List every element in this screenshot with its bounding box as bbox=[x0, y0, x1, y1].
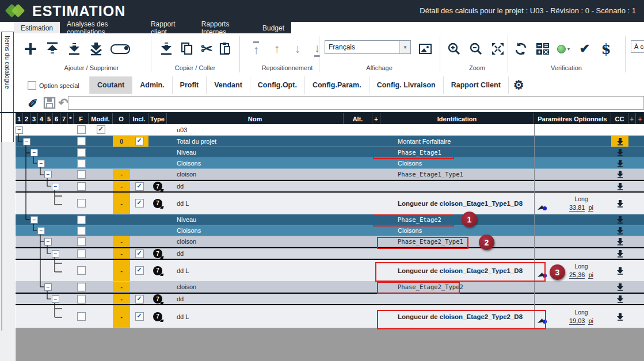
insert-down-button[interactable] bbox=[64, 39, 84, 59]
tab-coutant[interactable]: Coutant bbox=[89, 76, 132, 94]
collapse-toggle-icon[interactable] bbox=[52, 183, 59, 190]
table-row[interactable]: - 7 dd bbox=[16, 293, 644, 305]
cc-cell[interactable] bbox=[611, 169, 628, 179]
recalculate-icon[interactable] bbox=[511, 39, 531, 59]
col-modif[interactable]: Modif. bbox=[89, 113, 113, 124]
tab-analyses-compilations[interactable]: Analyses des compilations bbox=[60, 22, 144, 33]
table-row[interactable]: - 7 dd L Longueur de cloison_Etage2_Type… bbox=[16, 305, 644, 328]
table-row[interactable]: Niveau Phase_Etage2 bbox=[16, 214, 644, 225]
chevron-down-icon[interactable]: ▾ bbox=[567, 47, 570, 52]
incl-checkbox[interactable] bbox=[135, 295, 144, 304]
move-top-button[interactable] bbox=[246, 39, 266, 59]
cc-cell[interactable] bbox=[611, 136, 628, 147]
table-row[interactable]: - 7 dd bbox=[16, 247, 644, 260]
cc-cell[interactable] bbox=[611, 181, 628, 191]
image-button[interactable] bbox=[416, 39, 435, 59]
cc-cell[interactable] bbox=[611, 158, 628, 168]
dollar-button[interactable] bbox=[596, 39, 616, 59]
collapse-toggle-icon[interactable] bbox=[23, 138, 31, 145]
table-row[interactable]: - cloison Phase_Etage2_Type2 bbox=[16, 282, 644, 293]
collapse-toggle-icon[interactable] bbox=[37, 160, 45, 167]
table-row[interactable]: - cloison Phase_Etage1_Type1 bbox=[16, 169, 644, 180]
modif-checkbox[interactable] bbox=[97, 125, 105, 134]
tab-rapport-client-btn[interactable]: Rapport Client bbox=[444, 76, 509, 94]
status-field[interactable]: À calculer bbox=[631, 40, 644, 53]
incl-checkbox[interactable] bbox=[135, 266, 144, 275]
insert-up-button[interactable] bbox=[43, 39, 62, 59]
param-value[interactable]: 25,36 bbox=[569, 271, 585, 279]
col-alt[interactable]: Alt. bbox=[344, 113, 372, 124]
formula-input[interactable] bbox=[68, 96, 644, 110]
cut-button[interactable] bbox=[197, 39, 216, 59]
collapse-toggle-icon[interactable] bbox=[52, 295, 59, 303]
collapse-toggle-icon[interactable] bbox=[31, 149, 38, 156]
col-o[interactable]: O bbox=[113, 113, 130, 124]
tab-config-param[interactable]: Config.Param. bbox=[305, 76, 369, 94]
calculator-icon[interactable] bbox=[533, 39, 552, 59]
table-row[interactable]: Niveau Phase_Etage1 bbox=[16, 147, 644, 158]
cc-cell[interactable] bbox=[611, 147, 628, 158]
col-3[interactable]: 3 bbox=[31, 113, 38, 124]
param-value[interactable]: 19,03 bbox=[569, 317, 585, 325]
paste-insert-button[interactable] bbox=[157, 39, 176, 59]
cc-cell[interactable] bbox=[611, 214, 628, 225]
col-star[interactable]: * bbox=[68, 113, 74, 124]
zoom-out-icon[interactable] bbox=[466, 39, 486, 59]
tab-config-livraison[interactable]: Config. Livraison bbox=[369, 76, 444, 94]
incl-checkbox[interactable] bbox=[135, 199, 144, 208]
collapse-toggle-icon[interactable] bbox=[16, 126, 23, 134]
tab-config-opt[interactable]: Config.Opt. bbox=[250, 76, 305, 94]
cc-cell[interactable] bbox=[611, 260, 628, 281]
status-dot-icon[interactable]: ▾ bbox=[554, 39, 573, 59]
col-1[interactable]: 1 bbox=[16, 113, 23, 124]
param-unit[interactable]: pi bbox=[588, 204, 593, 212]
table-row[interactable]: Cloisons Cloisons bbox=[16, 158, 644, 169]
language-select[interactable]: Français ▼ bbox=[325, 40, 411, 54]
col-plus-2[interactable]: + bbox=[628, 113, 636, 124]
zoom-fit-icon[interactable] bbox=[488, 39, 508, 59]
move-down-button[interactable] bbox=[288, 39, 307, 59]
collapse-toggle-icon[interactable] bbox=[52, 250, 59, 258]
paste-button[interactable] bbox=[215, 39, 235, 59]
col-nom[interactable]: Nom bbox=[167, 113, 344, 124]
save-icon[interactable] bbox=[43, 96, 56, 110]
param-value[interactable]: 33,81 bbox=[569, 204, 585, 212]
tab-estimation[interactable]: Estimation bbox=[14, 22, 60, 33]
col-parametres-optionnels[interactable]: Paramètres Optionnels bbox=[534, 113, 611, 124]
collapse-toggle-icon[interactable] bbox=[44, 171, 52, 178]
cc-cell[interactable] bbox=[611, 294, 628, 304]
col-7[interactable]: 7 bbox=[60, 113, 68, 124]
tab-rapports-internes[interactable]: Rapports Internes bbox=[195, 22, 256, 33]
table-row[interactable]: - 7 dd L Longueur de cloison_Etage1_Type… bbox=[16, 193, 644, 214]
col-5[interactable]: 5 bbox=[45, 113, 53, 124]
zoom-in-icon[interactable] bbox=[444, 39, 464, 59]
col-4[interactable]: 4 bbox=[38, 113, 45, 124]
collapse-toggle-icon[interactable] bbox=[44, 283, 52, 291]
cc-cell[interactable] bbox=[611, 305, 628, 328]
col-cc[interactable]: CC bbox=[611, 113, 628, 124]
col-plus-3[interactable]: + bbox=[636, 113, 644, 124]
table-row[interactable]: Cloisons Cloisons bbox=[16, 225, 644, 236]
table-row[interactable]: - cloison Phase_Etage2_Type1 bbox=[16, 236, 644, 247]
tab-profit[interactable]: Profit bbox=[173, 76, 207, 94]
collapse-toggle-icon[interactable] bbox=[44, 238, 52, 245]
formula-eye-icon[interactable] bbox=[537, 205, 547, 211]
cc-cell[interactable] bbox=[611, 248, 628, 259]
table-row[interactable]: - 7 dd bbox=[16, 180, 644, 193]
sidebar-tab-items-du-catalogue[interactable]: Items du catalogue bbox=[1, 32, 14, 143]
incl-checkbox[interactable] bbox=[135, 312, 144, 321]
param-unit[interactable]: pi bbox=[588, 271, 593, 279]
add-button[interactable] bbox=[21, 39, 40, 59]
gear-icon[interactable] bbox=[509, 76, 529, 94]
edit-pencil-icon[interactable] bbox=[26, 96, 40, 110]
tab-vendant[interactable]: Vendant bbox=[207, 76, 250, 94]
col-identification[interactable]: Identification bbox=[380, 113, 534, 124]
chevron-down-icon[interactable]: ▼ bbox=[399, 41, 410, 53]
cc-cell[interactable] bbox=[611, 225, 628, 236]
param-unit[interactable]: pi bbox=[588, 317, 593, 325]
move-up-button[interactable] bbox=[267, 39, 287, 59]
tab-admin[interactable]: Admin. bbox=[132, 76, 172, 94]
check-button[interactable] bbox=[575, 39, 595, 59]
copy-button[interactable] bbox=[177, 39, 197, 59]
col-type[interactable]: Type bbox=[148, 113, 167, 124]
